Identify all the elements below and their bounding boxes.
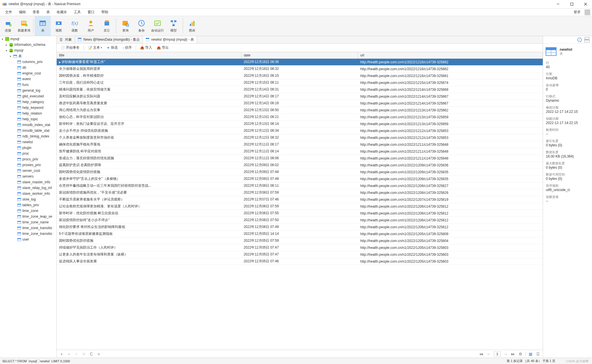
tree-table-item[interactable]: slave_relay_log_inf <box>0 185 56 191</box>
info-icon[interactable]: i <box>577 37 582 42</box>
tree-table-item[interactable]: time_zone <box>0 208 56 214</box>
tree-table-item[interactable]: help_category <box>0 99 56 105</box>
tree-table-item[interactable]: slave_worker_info <box>0 191 56 196</box>
sort-button[interactable]: ↕排序 <box>121 44 133 51</box>
table-row[interactable]: 因时因势决策，科学精准防控2022年12月16日 08:15http://hea… <box>57 72 543 79</box>
settings-button[interactable]: ⚙ <box>518 351 523 357</box>
filter-button[interactable]: ▼筛选 <box>105 44 119 51</box>
table-row[interactable]: 放松心态，科学应对新冠防治2022年12月13日 08:21http://hea… <box>57 114 543 121</box>
tree-table-item[interactable]: db <box>0 65 56 70</box>
tool-view[interactable]: 视图 <box>51 16 67 36</box>
tool-model[interactable]: 模型 <box>166 16 182 36</box>
table-row[interactable]: 因时因势优化疫情防控措施2022年12月09日 07:48http://heal… <box>57 169 543 176</box>
tree-table-item[interactable]: func <box>0 82 56 88</box>
table-row[interactable]: 细化防控要求 将对民众生活的影响降到最低2022年12月06日 07:49htt… <box>57 224 543 231</box>
tree-table-item[interactable]: columns_priv <box>0 59 56 65</box>
tool-backup[interactable]: 备份 <box>133 16 150 36</box>
tree-table-item[interactable]: slow_log <box>0 196 56 202</box>
column-header-url[interactable]: url <box>358 52 543 59</box>
table-row[interactable]: 新冠疫情防控如何"走小步不停步"2022年12月06日 07:50http://… <box>57 217 543 224</box>
menu-tools[interactable]: 工具 <box>70 9 84 16</box>
connection-tree[interactable]: ▾mysql ▸information_schema ▾mysql ▾表 col… <box>0 36 57 358</box>
menu-help[interactable]: 帮助 <box>98 9 112 16</box>
avatar-icon[interactable] <box>585 9 590 15</box>
table-row[interactable]: 提高防护意识 垒高防护屏障2022年12月09日 08:02http://hea… <box>57 162 543 169</box>
table-row[interactable]: 新华时评：优化防控措施 树立抗疫自信2022年12月06日 07:55http:… <box>57 210 543 217</box>
table-row[interactable]: 持续做好罕见病防治工作（人民时评）2022年12月05日 07:47http:/… <box>57 244 543 251</box>
tree-connection[interactable]: ▾mysql <box>0 36 56 42</box>
tool-auto-run[interactable]: 自动运行 <box>150 16 166 36</box>
tree-table-item[interactable]: tables_priv <box>0 202 56 208</box>
tree-table-item[interactable]: proxies_priv <box>0 162 56 168</box>
import-button[interactable]: 📥导入 <box>138 44 154 51</box>
tree-table-item[interactable]: innodb_index_stat <box>0 122 56 128</box>
stop-button[interactable]: ■ <box>96 351 101 357</box>
table-row[interactable]: 多措并举守护"舌尖上的安全"（多棱镜）2022年12月09日 07:48http… <box>57 176 543 182</box>
menu-view[interactable]: 查看 <box>29 9 43 16</box>
add-row-button[interactable]: + <box>59 351 64 357</box>
begin-transaction-button[interactable]: 📄开始事务 <box>59 44 81 51</box>
confirm-button[interactable]: ✓ <box>74 351 79 357</box>
tree-table-item[interactable]: time_zone_transitio <box>0 231 56 237</box>
menu-edit[interactable]: 编辑 <box>15 9 29 16</box>
table-row[interactable]: 不断提升居家养老服务水平（评论员观察）2022年12月07日 07:46http… <box>57 196 543 203</box>
export-button[interactable]: 📤导出 <box>155 44 170 51</box>
tree-table-item[interactable]: newlist <box>0 139 56 145</box>
tool-query[interactable]: 查询 <box>117 16 133 36</box>
table-row[interactable]: 5个话题带你读懂居家健康监测指南2022年12月05日 14:14http://… <box>57 231 543 237</box>
table-row[interactable]: 瞄准问题找答案，依据实情做方案2022年12月14日 08:31http://h… <box>57 86 543 93</box>
tool-other[interactable]: 其它 <box>99 16 115 36</box>
table-row[interactable]: 新冠疫情防控措施再优化，"不安全感"没必要2022年12月08日 07:59ht… <box>57 189 543 196</box>
prev-page-button[interactable]: ← <box>486 351 491 357</box>
table-row[interactable]: 评职称缘何要看看"科普工作"2022年12月16日 08:36http://he… <box>57 59 543 66</box>
data-grid[interactable]: title date url 评职称缘何要看看"科普工作"2022年12月16日… <box>57 52 543 350</box>
tree-table-item[interactable]: user <box>0 237 56 242</box>
tool-table[interactable]: 表 <box>35 16 51 36</box>
table-row[interactable]: 让更多人的老年生活更有保障和质量（纵横）2022年12月05日 07:47htt… <box>57 251 543 258</box>
tool-new-query[interactable]: +新建查询 <box>16 16 32 36</box>
tree-table-item[interactable]: ndb_binlog_index <box>0 133 56 139</box>
remove-row-button[interactable]: − <box>66 351 72 357</box>
table-row[interactable]: 因时因势优化防控措施2022年12月05日 07:59http://health… <box>57 237 543 244</box>
tree-table-item[interactable]: gtid_executed <box>0 93 56 99</box>
tree-table-item[interactable]: innodb_table_stat <box>0 128 56 133</box>
tree-table-item[interactable]: slave_master_info <box>0 179 56 185</box>
table-row[interactable]: 形成合力，落实好疫情防控优化措施2022年12月11日 08:06http://… <box>57 155 543 162</box>
form-view-button[interactable]: ☰ <box>535 351 540 357</box>
tool-user[interactable]: 用户 <box>83 16 99 36</box>
maximize-button[interactable] <box>567 0 576 9</box>
table-row[interactable]: 确保优化措施平稳有序落地2022年12月11日 08:17http://heal… <box>57 141 543 148</box>
tree-tables-folder[interactable]: ▾表 <box>0 53 56 59</box>
menu-file[interactable]: 文件 <box>2 9 15 16</box>
tree-table-item[interactable]: help_keyword <box>0 105 56 111</box>
tool-function[interactable]: f(x)函数 <box>67 16 83 36</box>
tree-table-item[interactable]: time_zone_name <box>0 219 56 225</box>
tool-connection[interactable]: +连接 <box>0 16 16 36</box>
minimize-button[interactable] <box>554 0 562 9</box>
cancel-button[interactable]: ✕ <box>81 351 86 357</box>
menu-table[interactable]: 表 <box>43 9 53 16</box>
menu-window[interactable]: 窗口 <box>84 9 98 16</box>
tree-table-item[interactable]: servers <box>0 174 56 179</box>
next-page-button[interactable]: → <box>503 351 508 357</box>
tab-objects[interactable]: ☰对象 <box>57 36 75 43</box>
close-button[interactable] <box>581 0 590 9</box>
tab-newlist[interactable]: newlist @mysql (mysql) - 表 <box>143 36 197 43</box>
tree-table-item[interactable]: engine_cost <box>0 70 56 76</box>
table-row[interactable]: 用心用情用力为群众办实事2022年12月13日 08:50http://heal… <box>57 107 543 114</box>
tree-table-item[interactable]: proc <box>0 151 56 156</box>
last-page-button[interactable]: ⏭ <box>510 351 516 357</box>
tree-table-item[interactable]: plugin <box>0 145 56 151</box>
login-button[interactable]: 登录 <box>571 9 583 16</box>
tree-database[interactable]: ▸information_schema <box>0 42 56 48</box>
tree-table-item[interactable]: time_zone_transitio <box>0 225 56 231</box>
text-button[interactable]: 📝文本▾ <box>86 44 104 51</box>
table-row[interactable]: 促进残疾人事业全面发展2022年12月05日 07:46http://healt… <box>57 258 543 265</box>
tree-table-item[interactable]: help_relation <box>0 111 56 116</box>
tree-table-item[interactable]: general_log <box>0 88 56 93</box>
page-input[interactable] <box>494 351 501 357</box>
table-row[interactable]: 新华时评：发热门诊要应设尽设、应开尽开2022年12月13日 08:14http… <box>57 121 543 127</box>
tree-table-item[interactable]: help_topic <box>0 116 56 122</box>
column-header-date[interactable]: date <box>241 52 358 59</box>
column-header-title[interactable]: title <box>57 52 241 59</box>
